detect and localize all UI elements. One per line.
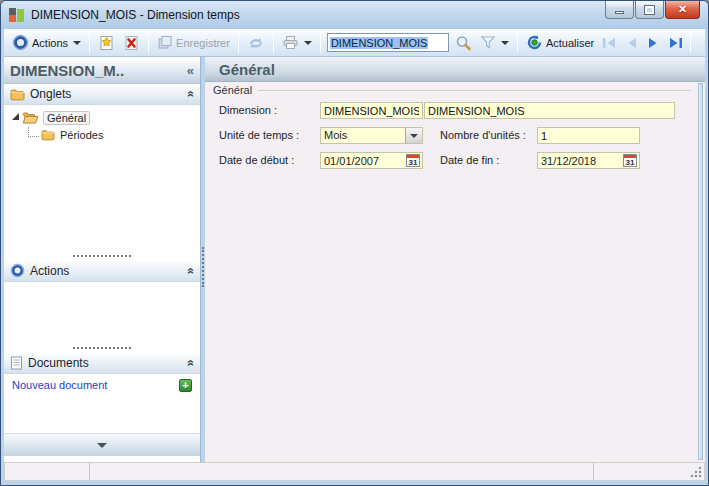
- search-button[interactable]: [451, 33, 476, 53]
- new-document-icon: [98, 35, 115, 51]
- section-actions-title: Actions: [30, 264, 182, 278]
- end-date-value: 31/12/2018: [541, 155, 623, 167]
- documents-panel: Nouveau document +: [4, 374, 200, 396]
- status-pane-right: [594, 463, 704, 480]
- filter-button[interactable]: [476, 33, 513, 52]
- drag-dots: [73, 347, 131, 349]
- toolbar-separator: [517, 33, 518, 53]
- start-date-value: 01/01/2007: [324, 155, 406, 167]
- calendar-icon[interactable]: 31: [623, 154, 637, 167]
- window-title: DIMENSION_MOIS - Dimension temps: [31, 8, 240, 22]
- actions-menu-button[interactable]: Actions: [8, 32, 85, 53]
- save-icon: [157, 35, 173, 50]
- status-bar: [4, 462, 705, 481]
- printer-icon: [282, 35, 299, 50]
- unit-label: Unité de temps :: [219, 127, 299, 144]
- section-onglets-title: Onglets: [30, 87, 182, 101]
- dimension-name-field[interactable]: [424, 102, 675, 119]
- sidebar-collapse-bar[interactable]: [4, 433, 200, 456]
- sidebar: DIMENSION_M.. « Onglets » Général: [4, 57, 201, 462]
- collapse-section-icon[interactable]: »: [184, 359, 198, 366]
- toolbar-separator: [238, 33, 239, 53]
- onglets-tree: Général Périodes: [4, 105, 200, 251]
- status-pane-left: [5, 463, 90, 480]
- collapse-section-icon[interactable]: »: [184, 91, 198, 98]
- tree-node-periodes[interactable]: Périodes: [28, 126, 198, 143]
- refresh-button[interactable]: [243, 33, 269, 53]
- title-bar: DIMENSION_MOIS - Dimension temps ✕: [1, 1, 708, 29]
- chevron-down-icon: [410, 134, 418, 138]
- sidebar-header: DIMENSION_M.. «: [4, 57, 200, 84]
- actions-panel: [4, 282, 200, 343]
- nav-last-icon: [668, 37, 683, 49]
- groupbox-line: [258, 90, 691, 91]
- tree-node-general[interactable]: Général: [6, 109, 198, 126]
- search-input[interactable]: DIMENSION_MOIS: [327, 33, 449, 52]
- section-documents-title: Documents: [28, 356, 182, 370]
- nav-previous-icon: [625, 37, 638, 49]
- tree-expander-icon[interactable]: [12, 113, 19, 120]
- document-icon: [10, 356, 23, 370]
- start-date-label: Date de début :: [219, 152, 294, 169]
- chevron-down-icon: [73, 41, 81, 45]
- section-onglets-header[interactable]: Onglets »: [4, 84, 200, 105]
- delete-icon: [123, 35, 140, 51]
- delete-button[interactable]: [119, 33, 144, 53]
- add-document-button[interactable]: +: [179, 379, 192, 392]
- dimension-code-field[interactable]: [320, 102, 423, 119]
- folder-icon: [10, 88, 25, 101]
- nav-previous-button[interactable]: [620, 33, 642, 53]
- collapse-section-icon[interactable]: »: [184, 267, 198, 274]
- nav-last-button[interactable]: [664, 33, 686, 53]
- filter-funnel-icon: [480, 35, 496, 50]
- nav-next-icon: [647, 37, 660, 49]
- units-count-field[interactable]: [537, 127, 640, 144]
- restore-button[interactable]: [635, 1, 664, 19]
- actions-target-icon: [12, 34, 29, 51]
- new-button[interactable]: [94, 33, 119, 53]
- status-pane-center: [90, 463, 594, 480]
- search-value: DIMENSION_MOIS: [330, 37, 429, 49]
- nav-first-icon: [602, 37, 617, 49]
- drag-dots: [73, 255, 131, 257]
- chevron-down-icon: [304, 41, 312, 45]
- calendar-icon[interactable]: 31: [406, 154, 420, 167]
- save-button[interactable]: Enregistrer: [153, 33, 234, 52]
- refresh-icon: [247, 35, 265, 51]
- nav-first-button[interactable]: [598, 33, 620, 53]
- drag-dots: [202, 247, 204, 287]
- open-folder-icon: [22, 111, 39, 124]
- close-icon: ✕: [678, 4, 687, 15]
- section-actions-header[interactable]: Actions »: [4, 260, 200, 282]
- splitter-handle[interactable]: [4, 343, 200, 352]
- collapse-sidebar-icon[interactable]: «: [187, 63, 194, 78]
- dimension-label: Dimension :: [219, 102, 277, 119]
- right-scroll-strip[interactable]: [698, 83, 703, 460]
- toolbar-separator: [273, 33, 274, 53]
- groupbox-general: Général: [213, 84, 691, 96]
- unit-value: Mois: [321, 128, 405, 143]
- refresh-data-button[interactable]: Actualiser: [522, 32, 598, 53]
- folder-icon: [41, 129, 56, 141]
- app-icon[interactable]: [9, 7, 25, 23]
- section-documents-header[interactable]: Documents »: [4, 352, 200, 374]
- dropdown-button[interactable]: [405, 128, 422, 143]
- minimize-button[interactable]: [605, 1, 634, 19]
- tree-node-general-label[interactable]: Général: [43, 111, 90, 125]
- new-document-link[interactable]: Nouveau document: [12, 379, 179, 391]
- nav-next-button[interactable]: [642, 33, 664, 53]
- print-button[interactable]: [278, 33, 316, 52]
- toolbar: Actions Enregistrer: [4, 29, 705, 57]
- tree-node-periodes-label[interactable]: Périodes: [60, 129, 103, 141]
- units-count-label: Nombre d'unités :: [440, 127, 526, 144]
- actions-target-icon: [10, 263, 25, 278]
- start-date-field[interactable]: 01/01/2007 31: [320, 152, 423, 169]
- splitter-handle[interactable]: [4, 251, 200, 260]
- unit-dropdown[interactable]: Mois: [320, 127, 423, 144]
- close-button[interactable]: ✕: [665, 1, 700, 19]
- end-date-field[interactable]: 31/12/2018 31: [537, 152, 640, 169]
- chevron-down-icon: [501, 41, 509, 45]
- toolbar-separator: [89, 33, 90, 53]
- sidebar-title: DIMENSION_M..: [10, 62, 124, 79]
- resize-grip[interactable]: [689, 465, 702, 478]
